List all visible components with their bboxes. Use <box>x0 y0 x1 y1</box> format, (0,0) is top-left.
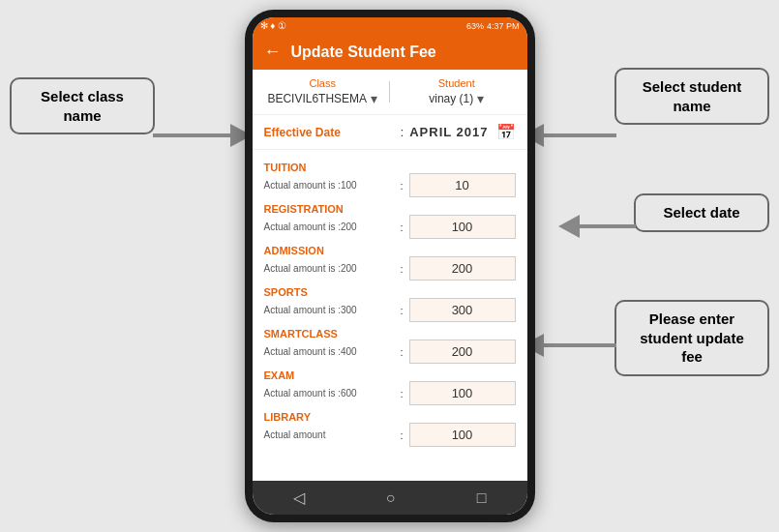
annotation-select-student-text: Select studentname <box>643 78 742 114</box>
app-header: ← Update Student Fee <box>253 34 527 70</box>
phone-frame: ✻ ♦ ① 63% 4:37 PM ← Update Student Fee C… <box>245 10 535 522</box>
annotation-enter-fee: Please enterstudent updatefee <box>614 300 769 376</box>
class-select[interactable]: BECIVIL6THSEMA ▾ <box>264 91 382 106</box>
tuition-info: Actual amount is :100 <box>264 180 395 191</box>
class-dropdown-icon: ▾ <box>371 91 377 106</box>
tuition-colon: : <box>400 180 403 192</box>
nav-recent-icon[interactable]: □ <box>477 489 487 507</box>
admission-category: ADMISSION <box>264 245 516 256</box>
registration-actual: Actual amount is :200 <box>264 222 395 232</box>
nav-home-icon[interactable]: ○ <box>386 489 396 507</box>
registration-input[interactable] <box>409 215 516 239</box>
registration-category: REGISTRATION <box>264 203 516 215</box>
phone-screen: ✻ ♦ ① 63% 4:37 PM ← Update Student Fee C… <box>253 17 527 515</box>
arrow-head-date <box>558 215 580 238</box>
content-area: Class BECIVIL6THSEMA ▾ Student vinay (1)… <box>253 70 527 481</box>
sports-colon: : <box>400 305 403 316</box>
admission-actual: Actual amount is :200 <box>264 263 395 274</box>
class-col: Class BECIVIL6THSEMA ▾ <box>264 77 382 106</box>
smartclass-actual: Actual amount is :400 <box>264 346 395 357</box>
arrow-body-date <box>580 224 636 228</box>
student-dropdown-icon: ▾ <box>477 91 484 106</box>
back-button[interactable]: ← <box>264 42 282 62</box>
arrow-body-student <box>544 133 616 137</box>
annotation-select-student: Select studentname <box>614 68 769 125</box>
battery-text: 63% <box>466 21 484 31</box>
smartclass-info: Actual amount is :400 <box>264 346 395 357</box>
class-student-row: Class BECIVIL6THSEMA ▾ Student vinay (1)… <box>253 70 527 115</box>
exam-info: Actual amount is :600 <box>264 388 395 399</box>
arrow-select-student <box>523 124 616 147</box>
exam-input[interactable] <box>409 381 516 405</box>
library-input[interactable] <box>409 423 516 447</box>
smartclass-category: SMARTCLASS <box>264 328 516 340</box>
annotation-select-class: Select class name <box>10 77 155 134</box>
exam-category: EXAM <box>264 369 516 381</box>
annotation-select-class-text: Select class name <box>41 88 124 124</box>
arrow-select-class <box>153 124 252 147</box>
registration-row: Actual amount is :200 : <box>264 215 516 239</box>
tuition-input[interactable] <box>409 173 516 197</box>
arrow-enter-fee <box>523 334 616 357</box>
registration-info: Actual amount is :200 <box>264 222 395 232</box>
tuition-row: Actual amount is :100 : <box>264 173 516 197</box>
admission-input[interactable] <box>409 256 516 281</box>
nav-back-icon[interactable]: ◁ <box>293 488 305 507</box>
effective-date-row: Effective Date : APRIL 2017 📅 <box>253 115 527 150</box>
sports-actual: Actual amount is :300 <box>264 305 395 315</box>
scene: Select class name Select studentname Sel… <box>0 0 779 532</box>
annotation-enter-fee-text: Please enterstudent updatefee <box>640 310 744 365</box>
admission-row: Actual amount is :200 : <box>264 256 516 281</box>
sports-row: Actual amount is :300 : <box>264 298 516 322</box>
student-select[interactable]: vinay (1) ▾ <box>398 91 516 106</box>
smartclass-input[interactable] <box>409 340 516 364</box>
class-value: BECIVIL6THSEMA <box>267 92 367 105</box>
sports-info: Actual amount is :300 <box>264 305 395 315</box>
admission-info: Actual amount is :200 <box>264 263 395 274</box>
header-title: Update Student Fee <box>291 44 436 61</box>
time-text: 4:37 PM <box>487 21 520 31</box>
nav-bar: ◁ ○ □ <box>253 481 527 515</box>
smartclass-colon: : <box>400 346 403 358</box>
status-bar: ✻ ♦ ① 63% 4:37 PM <box>253 17 527 34</box>
arrow-body-fee <box>544 343 616 347</box>
library-actual: Actual amount <box>264 429 395 440</box>
sports-input[interactable] <box>409 298 516 322</box>
student-col: Student vinay (1) ▾ <box>398 77 516 106</box>
date-colon: : <box>401 126 404 139</box>
exam-actual: Actual amount is :600 <box>264 388 395 399</box>
library-row: Actual amount : <box>264 423 516 447</box>
arrow-body-class <box>153 133 230 137</box>
class-label: Class <box>264 77 382 89</box>
student-label: Student <box>398 77 516 89</box>
library-info: Actual amount <box>264 429 395 440</box>
annotation-select-date-text: Select date <box>663 204 739 221</box>
arrow-select-date <box>558 215 636 238</box>
exam-row: Actual amount is :600 : <box>264 381 516 405</box>
library-category: LIBRARY <box>264 411 516 423</box>
tuition-actual: Actual amount is :100 <box>264 180 395 191</box>
library-colon: : <box>400 429 403 441</box>
student-value: vinay (1) <box>429 92 473 105</box>
date-value: APRIL 2017 <box>409 125 488 139</box>
annotation-select-date: Select date <box>634 193 769 232</box>
registration-colon: : <box>400 222 403 233</box>
exam-colon: : <box>400 388 403 399</box>
status-left: ✻ ♦ ① <box>260 20 287 31</box>
smartclass-row: Actual amount is :400 : <box>264 340 516 364</box>
sports-category: SPORTS <box>264 286 516 298</box>
tuition-category: TUITION <box>264 162 516 173</box>
col-divider <box>389 81 390 103</box>
fee-section: TUITION Actual amount is :100 : REGISTRA… <box>253 150 527 453</box>
calendar-icon[interactable]: 📅 <box>496 123 516 141</box>
date-label: Effective Date <box>264 126 395 139</box>
admission-colon: : <box>400 263 403 275</box>
status-right: 63% 4:37 PM <box>466 21 520 31</box>
